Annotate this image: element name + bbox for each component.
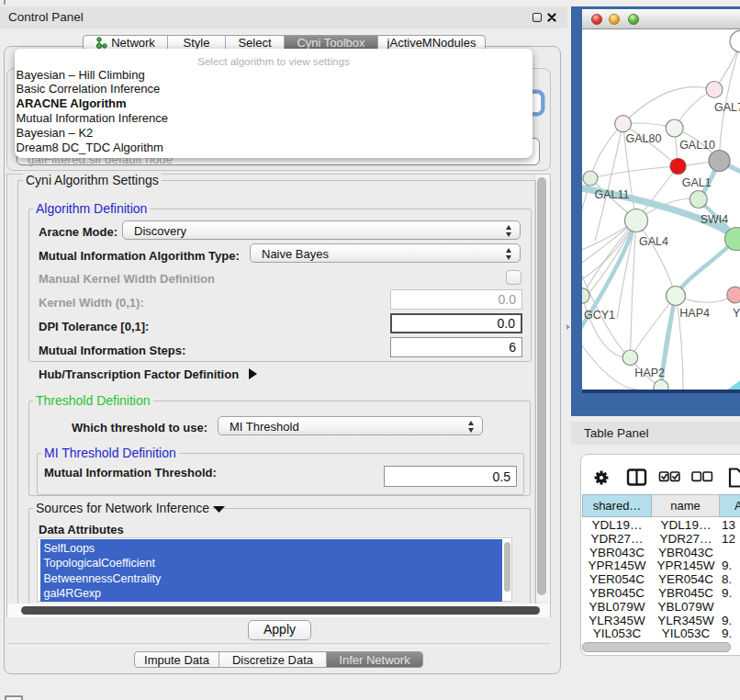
svg-text:Y: Y <box>733 307 740 320</box>
svg-text:HAP4: HAP4 <box>679 307 710 320</box>
svg-text:SWI4: SWI4 <box>701 213 729 226</box>
svg-text:GAL1: GAL1 <box>682 176 712 189</box>
svg-text:GAL11: GAL11 <box>595 188 630 201</box>
svg-text:GAL80: GAL80 <box>626 132 662 145</box>
svg-text:GCY1: GCY1 <box>584 309 615 322</box>
svg-text:GAL4: GAL4 <box>639 235 668 248</box>
svg-text:HAP2: HAP2 <box>634 367 665 379</box>
svg-text:GAL10: GAL10 <box>679 139 715 152</box>
svg-text:GAL7: GAL7 <box>714 101 740 114</box>
